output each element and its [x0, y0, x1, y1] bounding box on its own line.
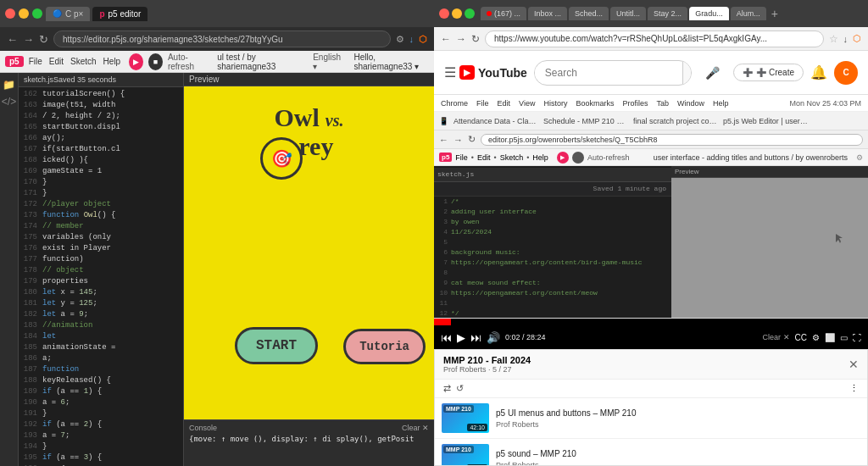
yt-avatar[interactable]: C	[834, 61, 858, 85]
video-fullscreen-btn[interactable]: ⛶	[853, 333, 861, 342]
right-tab-active[interactable]: Gradu...	[689, 7, 729, 20]
right-window-minimize[interactable]	[452, 8, 462, 19]
window-close-btn[interactable]	[5, 8, 15, 19]
p5-menu-sketch[interactable]: Sketch	[70, 57, 97, 66]
inner-p5-address-input[interactable]	[481, 134, 863, 146]
video-miniplayer-btn[interactable]: ⬜	[825, 333, 835, 342]
p5-menu-file[interactable]: File	[29, 57, 42, 66]
chrome-menu-profiles[interactable]: Profiles	[622, 99, 648, 108]
inner-p5-logo: p5	[439, 153, 452, 162]
yt-hamburger-logo: ☰ ▶ YouTube	[444, 64, 527, 80]
chrome-menu-history[interactable]: History	[543, 99, 567, 108]
left-tab-cpp[interactable]: 🔵 C p×	[46, 7, 90, 21]
right-tab-stay[interactable]: Stay 2...	[648, 7, 687, 20]
video-settings-btn[interactable]: ⚙	[812, 333, 820, 342]
bookmark-attendance[interactable]: Attendance Data - Class att...	[453, 117, 538, 125]
window-minimize-btn[interactable]	[19, 8, 29, 19]
left-code-lines[interactable]: 162tutorialScreen() { 163 image(t51, wid…	[19, 87, 183, 466]
right-nav-forward[interactable]: →	[456, 33, 466, 45]
yt-search-bar: 🔍	[534, 60, 692, 86]
bookmark-scratch[interactable]: final scratch project copy on...	[633, 117, 718, 125]
inner-menu-edit[interactable]: Edit	[477, 153, 491, 162]
bookmark-schedule[interactable]: Schedule - MMP 210 Spring...	[543, 117, 628, 125]
chrome-menu-chrome[interactable]: Chrome	[441, 99, 468, 108]
playlist-repeat-btn[interactable]: ↺	[456, 383, 464, 394]
right-tab-untitled[interactable]: Untitl...	[610, 7, 646, 20]
yt-search-button[interactable]: 🔍	[682, 61, 692, 85]
yt-notification-icon[interactable]: 🔔	[810, 64, 827, 80]
inner-nav-refresh[interactable]: ↻	[468, 134, 476, 145]
chrome-menu-file[interactable]: File	[476, 99, 489, 108]
playlist-shuffle-btn[interactable]: ⇄	[443, 383, 451, 394]
p5-menu-edit[interactable]: Edit	[49, 57, 64, 66]
right-window-close[interactable]	[439, 8, 449, 19]
sidebar-code-icon[interactable]: </>	[2, 96, 16, 108]
playlist-item-1[interactable]: MMP 210 26:29 p5 sound – MMP 210 Prof Ro…	[435, 439, 867, 465]
left-nav-back[interactable]: ←	[7, 33, 18, 46]
tutorial-button[interactable]: Tutoria	[343, 329, 426, 364]
window-maximize-btn[interactable]	[32, 8, 42, 19]
chrome-menu-help[interactable]: Help	[713, 99, 729, 108]
left-address-input[interactable]	[53, 31, 391, 47]
video-skip-forward-btn[interactable]: ⏭	[470, 331, 481, 344]
inner-menu-sketch[interactable]: Sketch	[500, 153, 524, 162]
start-button[interactable]: START	[235, 327, 318, 364]
left-address-settings[interactable]: ⚙	[396, 34, 404, 45]
new-tab-btn[interactable]: +	[771, 7, 778, 20]
inner-menu-file[interactable]: File	[455, 153, 468, 162]
left-nav-refresh[interactable]: ↻	[39, 33, 48, 46]
playlist-info-1: p5 sound – MMP 210 Prof Roberts	[496, 448, 860, 465]
left-p5-toolbar: p5 File Edit Sketch Help ▶ ■ Auto-refres…	[0, 51, 434, 73]
chrome-menu-window[interactable]: Window	[677, 99, 704, 108]
chrome-menu-view[interactable]: View	[519, 99, 535, 108]
chrome-menu-tab[interactable]: Tab	[656, 99, 669, 108]
bookmark-p5[interactable]: p5.js Web Editor | user inter...	[723, 117, 808, 125]
left-preview-canvas: Owl vs. prey 🎯 START Tutoria	[184, 86, 434, 419]
p5-menu-help[interactable]: Help	[103, 57, 121, 66]
video-progress-bar[interactable]	[434, 319, 868, 325]
right-tab-notifications[interactable]: (167) ...	[481, 7, 526, 20]
right-tab-alum[interactable]: Alum...	[731, 7, 766, 20]
inner-nav-back[interactable]: ←	[439, 135, 448, 145]
right-tab-inbox[interactable]: Inbox ...	[528, 7, 567, 20]
sidebar-files-icon[interactable]: 📁	[3, 79, 15, 91]
inner-menu-help[interactable]: Help	[532, 153, 548, 162]
right-address-input[interactable]	[485, 31, 824, 47]
chrome-menu-bookmarks[interactable]: Bookmarks	[576, 99, 614, 108]
inner-stop-button[interactable]	[572, 152, 584, 164]
video-play-btn[interactable]: ▶	[457, 331, 465, 344]
left-preview-label: Preview	[184, 73, 434, 86]
left-nav-forward[interactable]: →	[23, 33, 34, 46]
yt-hamburger-icon[interactable]: ☰	[444, 64, 456, 80]
video-theater-btn[interactable]: ▭	[840, 333, 848, 342]
video-mute-btn[interactable]: 🔊	[487, 331, 500, 344]
right-nav-refresh[interactable]: ↻	[471, 33, 480, 45]
left-run-button[interactable]: ▶	[129, 53, 143, 70]
playlist-more-btn[interactable]: ⋮	[849, 383, 859, 394]
inner-nav-forward[interactable]: →	[453, 135, 463, 145]
console-clear-btn[interactable]: Clear ✕	[402, 424, 429, 432]
left-tab-p5[interactable]: p p5 editor	[92, 7, 147, 21]
right-nav-back[interactable]: ←	[441, 33, 451, 45]
yt-create-label: ➕ Create	[756, 68, 794, 77]
playlist-item-0[interactable]: MMP 210 42:10 p5 UI menus and buttons – …	[435, 398, 867, 439]
left-stop-button[interactable]: ■	[148, 53, 163, 70]
video-clear-btn[interactable]: Clear ✕	[763, 333, 790, 341]
yt-mic-icon[interactable]: 🎤	[705, 66, 720, 80]
left-english-label: English ▾	[313, 53, 342, 71]
right-bookmark-icon[interactable]: ☆	[829, 33, 838, 45]
bookmarks-apps-icon[interactable]: 📱	[439, 117, 448, 125]
inner-code-area[interactable]: sketch.js Saved 1 minute ago 1/* 2 addin…	[434, 166, 671, 318]
inner-run-button[interactable]: ▶	[557, 152, 569, 164]
right-window-maximize[interactable]	[465, 8, 475, 19]
inner-breadcrumb: user interface - adding titles and butto…	[654, 153, 848, 162]
chrome-menu-edit[interactable]: Edit	[498, 99, 511, 108]
video-cc-btn[interactable]: CC	[795, 333, 807, 342]
inner-settings-icon[interactable]: ⚙	[856, 153, 863, 162]
video-skip-back-btn[interactable]: ⏮	[441, 331, 452, 344]
left-console: Console Clear ✕ {move: ↑ move (), displa…	[184, 419, 434, 466]
playlist-close-btn[interactable]: ✕	[849, 358, 859, 371]
right-tab-schedule[interactable]: Sched...	[569, 7, 609, 20]
yt-create-button[interactable]: ➕ ➕ Create	[733, 64, 804, 81]
yt-search-input[interactable]	[535, 67, 682, 79]
